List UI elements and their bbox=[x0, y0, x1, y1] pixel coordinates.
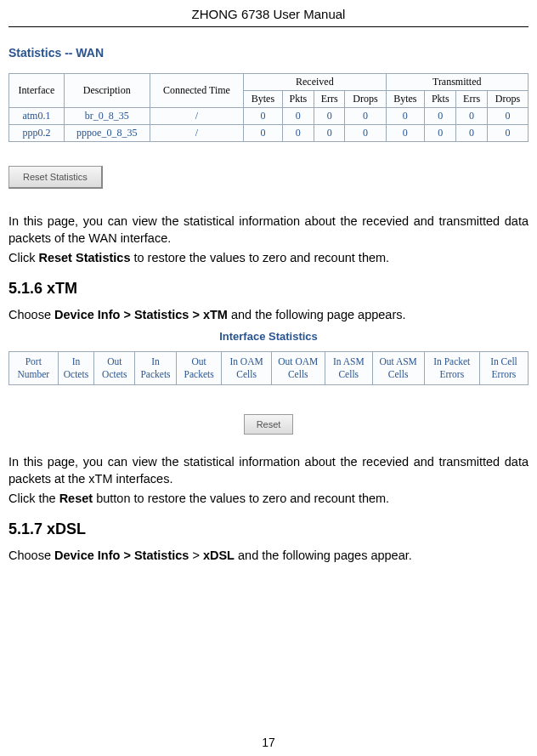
wan-statistics-table: Interface Description Connected Time Rec… bbox=[8, 73, 529, 142]
text: and the following pages appear. bbox=[235, 549, 412, 562]
col: Out ASM Cells bbox=[372, 352, 424, 385]
col: In Octets bbox=[58, 352, 94, 385]
body-paragraph: Click Reset Statistics to restore the va… bbox=[8, 249, 529, 266]
cell: 0 bbox=[345, 125, 386, 142]
text-bold: Reset bbox=[59, 492, 93, 505]
cell: / bbox=[150, 108, 243, 125]
text: button to restore the values to zero and… bbox=[93, 492, 389, 505]
text: > bbox=[189, 549, 203, 562]
text: Choose bbox=[8, 308, 54, 321]
col-transmitted: Transmitted bbox=[386, 74, 528, 91]
col-errs: Errs bbox=[314, 91, 345, 108]
cell: 0 bbox=[282, 125, 314, 142]
text: Choose bbox=[8, 549, 54, 562]
col: Port Number bbox=[9, 352, 59, 385]
col-connected: Connected Time bbox=[150, 74, 243, 108]
col-pkts: Pkts bbox=[282, 91, 314, 108]
cell: / bbox=[150, 125, 243, 142]
cell: 0 bbox=[425, 125, 456, 142]
col-received: Received bbox=[244, 74, 386, 91]
cell: 0 bbox=[314, 125, 345, 142]
wan-statistics-title: Statistics -- WAN bbox=[8, 46, 529, 60]
body-paragraph: In this page, you can view the statistic… bbox=[8, 213, 529, 247]
cell: pppoe_0_8_35 bbox=[64, 125, 150, 142]
body-paragraph: In this page, you can view the statistic… bbox=[8, 453, 529, 488]
col: In Packet Errors bbox=[424, 352, 479, 385]
col-errs: Errs bbox=[456, 91, 487, 108]
text: Click bbox=[8, 251, 38, 264]
col: In Cell Errors bbox=[479, 352, 528, 385]
col-interface: Interface bbox=[9, 74, 65, 108]
cell: 0 bbox=[386, 125, 425, 142]
table-row: Interface Description Connected Time Rec… bbox=[9, 74, 529, 91]
col: Out OAM Cells bbox=[271, 352, 325, 385]
text-bold: Device Info > Statistics > xTM bbox=[54, 308, 228, 321]
cell: 0 bbox=[487, 125, 528, 142]
cell: ppp0.2 bbox=[9, 125, 65, 142]
reset-statistics-button[interactable]: Reset Statistics bbox=[8, 166, 103, 189]
cell: 0 bbox=[456, 125, 487, 142]
body-paragraph: Click the Reset button to restore the va… bbox=[8, 490, 529, 507]
col: Out Packets bbox=[176, 352, 222, 385]
col: In ASM Cells bbox=[325, 352, 372, 385]
reset-button[interactable]: Reset bbox=[244, 414, 294, 435]
col-pkts: Pkts bbox=[425, 91, 456, 108]
col-bytes: Bytes bbox=[386, 91, 425, 108]
cell: atm0.1 bbox=[9, 108, 65, 125]
page-number: 17 bbox=[0, 736, 537, 749]
text-bold: xDSL bbox=[203, 549, 235, 562]
doc-header-title: ZHONG 6738 User Manual bbox=[8, 7, 529, 27]
cell: 0 bbox=[487, 108, 528, 125]
body-paragraph: Choose Device Info > Statistics > xTM an… bbox=[8, 306, 529, 323]
cell: 0 bbox=[244, 125, 283, 142]
cell: 0 bbox=[456, 108, 487, 125]
text-bold: Device Info > Statistics bbox=[54, 549, 189, 562]
table-row: Port Number In Octets Out Octets In Pack… bbox=[9, 352, 529, 385]
body-paragraph: Choose Device Info > Statistics > xDSL a… bbox=[8, 547, 529, 564]
col: In Packets bbox=[135, 352, 177, 385]
cell: 0 bbox=[425, 108, 456, 125]
table-row: atm0.1 br_0_8_35 / 0 0 0 0 0 0 0 0 bbox=[9, 108, 529, 125]
cell: 0 bbox=[345, 108, 386, 125]
section-heading-xdsl: 5.1.7 xDSL bbox=[8, 520, 529, 538]
cell: 0 bbox=[282, 108, 314, 125]
table-row: ppp0.2 pppoe_0_8_35 / 0 0 0 0 0 0 0 0 bbox=[9, 125, 529, 142]
text-bold: Reset Statistics bbox=[38, 251, 130, 264]
text: and the following page appears. bbox=[228, 308, 406, 321]
text: Click the bbox=[8, 492, 59, 505]
col-drops: Drops bbox=[345, 91, 386, 108]
col: Out Octets bbox=[94, 352, 135, 385]
col: In OAM Cells bbox=[222, 352, 271, 385]
text: to restore the values to zero and recoun… bbox=[130, 251, 389, 264]
cell: 0 bbox=[244, 108, 283, 125]
col-bytes: Bytes bbox=[244, 91, 283, 108]
col-description: Description bbox=[64, 74, 150, 108]
cell: 0 bbox=[314, 108, 345, 125]
section-heading-xtm: 5.1.6 xTM bbox=[8, 280, 529, 298]
col-drops: Drops bbox=[487, 91, 528, 108]
cell: br_0_8_35 bbox=[64, 108, 150, 125]
xtm-statistics-table: Port Number In Octets Out Octets In Pack… bbox=[8, 351, 529, 385]
interface-statistics-title: Interface Statistics bbox=[8, 330, 529, 343]
cell: 0 bbox=[386, 108, 425, 125]
